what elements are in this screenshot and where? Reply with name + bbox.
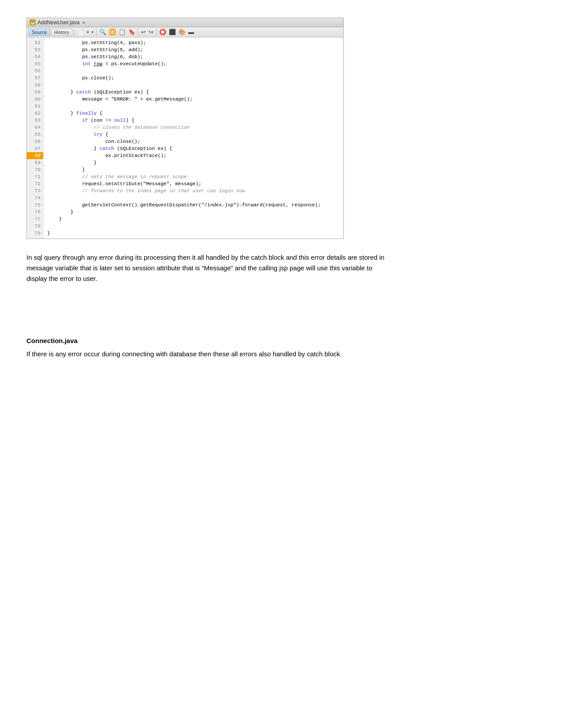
code-line: if (con != null) { [47,117,340,124]
line-number: 64 [27,124,43,131]
code-line: } [47,209,340,216]
line-number: 68 [27,152,43,159]
toolbar-clipboard-icon[interactable]: 📋 [118,28,127,36]
code-line [47,103,340,110]
line-number: 73 [27,187,43,194]
line-number: 75 [27,202,43,209]
toolbar-separator-4 [156,29,156,36]
code-line: // sets the message in request scope [47,173,340,180]
line-number: 55 [27,60,43,67]
code-line [47,82,340,89]
line-number: 67 [27,145,43,152]
ide-tab-close[interactable]: ✕ [82,20,86,25]
line-number: 77 [27,216,43,223]
body-paragraph: In sql query through any error during it… [26,252,388,284]
line-number: 59 [27,89,43,96]
line-number: 72 [27,180,43,187]
toolbar-icon-1[interactable]: 📄 [76,28,85,36]
line-number: 74 [27,194,43,202]
code-line: ps.setString(6, dob); [47,53,340,60]
code-line: int row = ps.executeUpdate(); [47,60,340,67]
code-line: // forwards to the index page so that us… [47,187,340,194]
java-file-icon: ☕ [30,19,36,26]
code-line [47,194,340,202]
code-line: ps.setString(4, pass); [47,39,340,46]
code-line: getServletContext().getRequestDispatcher… [47,202,340,209]
code-line: ex.printStackTrace(); [47,152,340,159]
toolbar-toggle-icon[interactable]: 🔀 [108,28,117,36]
toolbar-separator-1 [74,29,74,36]
code-line: } catch (SQLException ex) { [47,145,340,152]
line-number: 71 [27,173,43,180]
line-number: 58 [27,82,43,89]
ide-tab-name: AddNewUser.java [37,19,79,26]
source-button[interactable]: Source [29,29,50,36]
line-number: 62 [27,110,43,117]
line-number: 78 [27,223,43,230]
toolbar-icon-3[interactable]: ▪ [91,28,95,36]
line-number: 63 [27,117,43,124]
code-line: } [47,159,340,166]
code-line: try { [47,131,340,138]
line-number: 56 [27,67,43,75]
toolbar-run-icon[interactable]: ⭕ [158,28,167,36]
code-line: } [47,166,340,173]
code-line: ps.close(); [47,75,340,82]
line-number: 70 [27,166,43,173]
section-paragraph: If there is any error occur during conne… [26,349,388,359]
toolbar-undo-icon[interactable]: ↩ [140,28,147,36]
code-line: } catch (SQLException ex) { [47,89,340,96]
toolbar-icon-2[interactable]: ▪ [86,28,90,36]
code-line: request.setAttribute("Message", message)… [47,180,340,187]
toolbar-separator-2 [96,29,97,36]
ide-code-content: 5253545556575859606162636465666768697071… [27,37,343,239]
toolbar-debug-icon[interactable]: ⬛ [168,28,177,36]
toolbar-separator-3 [138,29,138,36]
code-line: // closes the database connection [47,124,340,131]
line-number: 53 [27,46,43,53]
code-line: message = "ERROR: " + ex.getMessage(); [47,96,340,103]
toolbar-redo-icon[interactable]: ↪ [148,28,154,36]
line-number: 61 [27,103,43,110]
code-line [47,67,340,75]
code-area: ps.setString(4, pass); ps.setString(5, a… [44,37,343,239]
code-line: ps.setString(5, add); [47,46,340,53]
line-number: 60 [27,96,43,103]
line-number: 54 [27,53,43,60]
line-number: 52 [27,39,43,46]
ide-toolbar: Source History 📄 ▪ ▪ 🔍 🔀 📋 🔖 ↩ ↪ ⭕ ⬛ 🎨 ▬ [27,27,343,37]
toolbar-bookmark-icon[interactable]: 🔖 [127,28,136,36]
line-number: 65 [27,131,43,138]
line-number: 57 [27,75,43,82]
line-number: 66 [27,138,43,145]
code-line: } finally { [47,110,340,117]
line-number: 76 [27,209,43,216]
code-line: con.close(); [47,138,340,145]
toolbar-build-icon[interactable]: 🎨 [178,28,186,36]
code-line: } [47,230,340,237]
code-line [47,223,340,230]
ide-titlebar: ☕ AddNewUser.java ✕ [27,18,343,27]
line-number: 69 [27,159,43,166]
line-numbers: 5253545556575859606162636465666768697071… [27,37,44,239]
line-number: 79 [27,230,43,237]
code-line: } [47,216,340,223]
history-button[interactable]: History [51,29,72,36]
spacer [26,293,536,319]
ide-window: ☕ AddNewUser.java ✕ Source History 📄 ▪ ▪… [26,18,344,239]
toolbar-stop-icon[interactable]: ▬ [187,28,195,36]
section-heading: Connection.java [26,337,536,344]
toolbar-search-icon[interactable]: 🔍 [98,28,107,36]
